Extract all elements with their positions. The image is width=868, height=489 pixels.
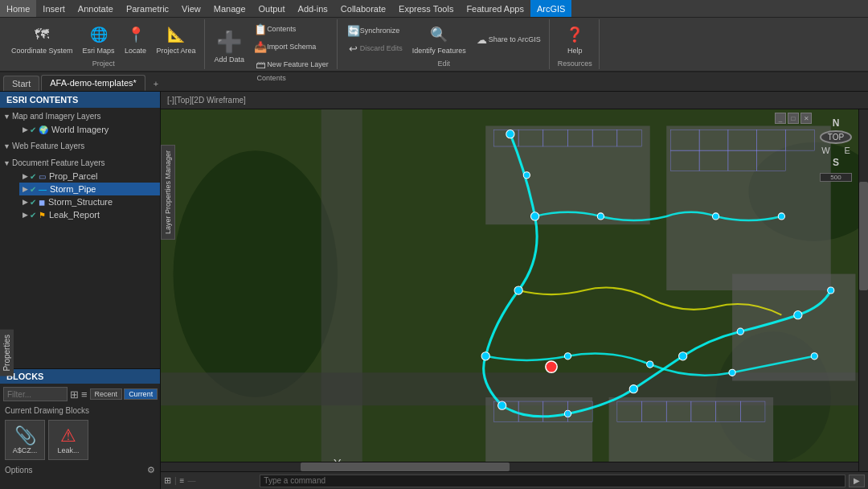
checkbox-storm-struct[interactable]: ✔ xyxy=(30,198,36,207)
menu-view[interactable]: View xyxy=(175,0,207,17)
block-item-leak[interactable]: ⚠ Leak... xyxy=(48,420,88,460)
options-gear-icon[interactable]: ⚙ xyxy=(147,465,155,475)
block-ascz-label: A$CZ... xyxy=(13,446,38,454)
blocks-tab-recent[interactable]: Recent xyxy=(90,388,123,400)
close-map-button[interactable]: ✕ xyxy=(800,113,812,124)
checkbox-storm-pipe[interactable]: ✔ xyxy=(30,185,36,194)
tree-item-prop-parcel[interactable]: ▶ ✔ ▭ Prop_Parcel xyxy=(19,170,160,183)
locate-button[interactable]: 📍 Locate xyxy=(121,22,150,57)
properties-vertical-tab[interactable]: Properties xyxy=(0,330,14,376)
svg-point-34 xyxy=(679,352,687,360)
maximize-button[interactable]: □ xyxy=(788,113,799,124)
identify-features-label: Identify Features xyxy=(412,47,466,55)
compass-rose[interactable]: TOP xyxy=(820,130,852,144)
blocks-view-icon[interactable]: ⊞ xyxy=(70,388,79,401)
block-leak-label: Leak... xyxy=(57,446,79,454)
horizontal-scrollbar[interactable] xyxy=(161,462,858,471)
menu-output[interactable]: Output xyxy=(252,0,292,17)
tree-item-leak-report[interactable]: ▶ ✔ ⚑ Leak_Report xyxy=(19,208,160,221)
menu-manage[interactable]: Manage xyxy=(207,0,252,17)
tree-item-world-imagery[interactable]: ▶ ✔ 🌍 World Imagery xyxy=(19,123,160,136)
compass-e-label: E xyxy=(845,146,850,155)
svg-point-41 xyxy=(647,361,653,368)
svg-point-31 xyxy=(498,401,506,409)
import-schema-icon: 📥 xyxy=(254,40,267,53)
tree-item-storm-structure[interactable]: ▶ ✔ ◼ Storm_Structure xyxy=(19,195,160,208)
help-button[interactable]: ❓ Help xyxy=(560,22,589,57)
menu-featured-apps[interactable]: Featured Apps xyxy=(460,0,530,17)
blocks-tabs: Recent Current xyxy=(90,388,158,400)
command-input[interactable] xyxy=(260,475,845,487)
blocks-list-icon[interactable]: ≡ xyxy=(81,388,88,401)
tree-section-web-header[interactable]: ▼ Web Feature Layers xyxy=(0,139,160,153)
checkbox-leak[interactable]: ✔ xyxy=(30,211,36,220)
menu-arcgis[interactable]: ArcGIS xyxy=(530,0,571,17)
scrollbar-thumb-h[interactable] xyxy=(301,462,510,471)
svg-point-35 xyxy=(737,328,743,335)
add-data-button[interactable]: ➕ Add Data xyxy=(211,27,248,66)
map-viewport[interactable]: Y N TOP W E S 500 _ □ xyxy=(161,109,868,471)
web-section-label: Web Feature Layers xyxy=(12,142,84,150)
identify-features-button[interactable]: 🔍 Identify Features xyxy=(409,22,469,57)
ribbon-group-edit: 🔄 Synchronize ↩ Discard Edits 🔍 Identify… xyxy=(339,19,550,69)
menu-home[interactable]: Home xyxy=(0,0,36,17)
contents-button[interactable]: 📋 Contents xyxy=(251,21,332,37)
svg-point-30 xyxy=(481,352,489,360)
main-area: ESRI CONTENTS ▼ Map and Imagery Layers ▶… xyxy=(0,92,868,489)
new-feature-layer-icon: 🗃 xyxy=(254,58,267,71)
checkbox-world-imagery[interactable]: ✔ xyxy=(30,125,36,134)
coordinate-system-icon: 🗺 xyxy=(31,23,53,46)
blocks-tab-current[interactable]: Current xyxy=(124,388,158,400)
storm-structure-label: Storm_Structure xyxy=(48,197,113,207)
svg-point-36 xyxy=(794,311,802,319)
command-submit-button[interactable]: ▶ xyxy=(849,475,865,487)
checkbox-prop-parcel[interactable]: ✔ xyxy=(30,172,36,181)
minimize-button[interactable]: _ xyxy=(775,113,786,124)
block-item-ascz[interactable]: 📎 A$CZ... xyxy=(5,420,45,460)
tree-section-web: ▼ Web Feature Layers xyxy=(0,138,160,154)
locate-icon: 📍 xyxy=(125,23,147,46)
tree-item-storm-pipe[interactable]: ▶ ✔ — Storm_Pipe xyxy=(19,183,160,195)
share-arcgis-icon: ☁ xyxy=(476,33,489,46)
import-schema-button[interactable]: 📥 Import Schema xyxy=(251,39,332,55)
svg-point-43 xyxy=(811,353,817,360)
menu-insert[interactable]: Insert xyxy=(36,0,72,17)
project-area-button[interactable]: 📐 Project Area xyxy=(154,22,199,57)
expand-arrow-world: ▶ xyxy=(23,125,28,134)
tree-section-document-header[interactable]: ▼ Document Feature Layers xyxy=(0,156,160,170)
expand-arrow-leak: ▶ xyxy=(23,211,28,219)
storm-pipe-icon: — xyxy=(39,185,47,194)
contents-header: ESRI CONTENTS xyxy=(0,92,160,108)
esri-maps-button[interactable]: 🌐 Esri Maps xyxy=(80,22,118,57)
menu-express-tools[interactable]: Express Tools xyxy=(392,0,460,17)
coordinate-system-button[interactable]: 🗺 Coordinate System xyxy=(8,22,76,57)
svg-point-39 xyxy=(778,213,784,220)
blocks-items: 📎 A$CZ... ⚠ Leak... xyxy=(0,417,160,463)
menu-annotate[interactable]: Annotate xyxy=(72,0,120,17)
scale-value: 500 xyxy=(830,174,841,181)
share-arcgis-button[interactable]: ☁ Share to ArcGIS xyxy=(473,31,544,47)
layer-properties-manager-tab[interactable]: Layer Properties Manager xyxy=(161,145,175,240)
leak-report-icon: ⚑ xyxy=(39,211,46,220)
svg-point-26 xyxy=(506,130,514,138)
menu-collaborate[interactable]: Collaborate xyxy=(334,0,392,17)
ribbon-group-project: 🗺 Coordinate System 🌐 Esri Maps 📍 Locate… xyxy=(3,19,205,69)
menu-parametric[interactable]: Parametric xyxy=(120,0,175,17)
expand-arrow-document: ▼ xyxy=(3,159,10,167)
discard-edits-button[interactable]: ↩ Discard Edits xyxy=(344,40,406,56)
map-bottom-icon: ⊞ xyxy=(164,475,171,486)
tab-start[interactable]: Start xyxy=(3,76,39,91)
vertical-scrollbar[interactable] xyxy=(858,109,868,471)
ribbon-group-contents-label: Contents xyxy=(257,72,286,82)
menu-addins[interactable]: Add-ins xyxy=(292,0,334,17)
scrollbar-thumb-v[interactable] xyxy=(859,182,868,290)
synchronize-button[interactable]: 🔄 Synchronize xyxy=(344,23,406,39)
contents-panel: ESRI CONTENTS ▼ Map and Imagery Layers ▶… xyxy=(0,92,160,368)
blocks-filter-input[interactable] xyxy=(3,387,68,401)
tree-section-imagery: ▼ Map and Imagery Layers ▶ ✔ 🌍 World Ima… xyxy=(0,108,160,138)
layer-props-label: Layer Properties Manager xyxy=(164,150,172,234)
tab-add-button[interactable]: + xyxy=(147,76,165,91)
new-feature-layer-button[interactable]: 🗃 New Feature Layer xyxy=(251,56,332,72)
tab-afa-demo[interactable]: AFA-demo-templates* xyxy=(41,75,145,91)
tree-section-imagery-header[interactable]: ▼ Map and Imagery Layers xyxy=(0,109,160,123)
